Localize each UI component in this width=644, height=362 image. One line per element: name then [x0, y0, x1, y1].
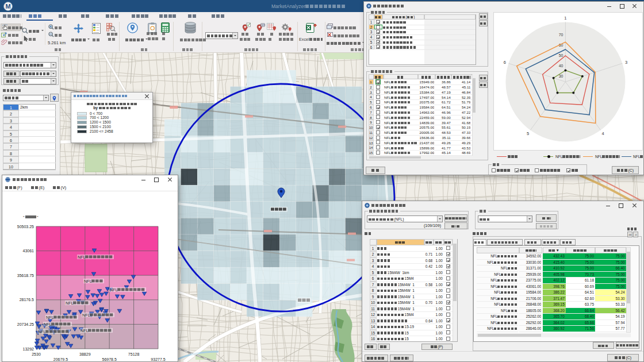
svg-text:NFL: NFL	[80, 328, 89, 333]
svg-text:35618.75: 35618.75	[17, 274, 34, 278]
svg-text:5: 5	[527, 131, 529, 136]
svg-text:50: 50	[558, 53, 563, 57]
svg-text:6: 6	[503, 60, 505, 65]
svg-text:70: 70	[558, 33, 563, 37]
svg-text:NFL: NFL	[84, 279, 92, 284]
svg-text:NFL: NFL	[82, 313, 90, 318]
svg-text:75128: 75128	[128, 352, 140, 356]
svg-text:": "	[23, 215, 25, 219]
svg-text:KEY: KEY	[261, 24, 265, 26]
svg-text:13292: 13292	[23, 347, 34, 351]
svg-text:NFL: NFL	[66, 301, 74, 306]
svg-text:38829: 38829	[79, 352, 91, 356]
svg-text:43061: 43061	[23, 249, 34, 253]
svg-text:NFL: NFL	[38, 329, 46, 334]
svg-text:3: 3	[625, 60, 627, 65]
svg-text:": "	[37, 215, 39, 219]
svg-text:50503.25: 50503.25	[17, 225, 34, 229]
svg-text:4: 4	[601, 131, 604, 136]
svg-text:NFL: NFL	[78, 255, 86, 260]
svg-text:40: 40	[558, 64, 563, 68]
svg-text:NFL: NFL	[46, 315, 54, 320]
svg-text:2530: 2530	[32, 352, 41, 356]
svg-text:20679.5: 20679.5	[53, 357, 68, 361]
svg-text:93277.5: 93277.5	[151, 357, 165, 361]
svg-text:56978.5: 56978.5	[102, 357, 117, 361]
svg-text:30: 30	[558, 74, 563, 78]
svg-text:20734.25: 20734.25	[17, 322, 34, 326]
svg-text:28176.5: 28176.5	[20, 298, 34, 302]
svg-text:NFL: NFL	[110, 287, 118, 292]
svg-text:NFL: NFL	[44, 322, 52, 327]
svg-text:1: 1	[564, 16, 566, 21]
